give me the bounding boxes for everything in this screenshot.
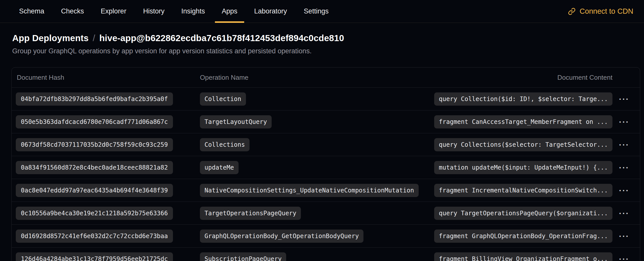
table-row: 0a834f91560d872e8c4bec0ade18ceec88821a82… [12,156,640,179]
document-hash-value: 126d46a4284abe31c13c78f7959d56eeb21725dc [16,252,173,261]
table-row: 050e5b363dafdcacd6780e706cadf771d06a867c… [12,110,640,133]
document-content-preview: query TargetOperationsPageQuery($organiz… [434,207,612,220]
deployments-table: Document Hash Operation Name Document Co… [11,67,640,261]
document-hash-value: 0a834f91560d872e8c4bec0ade18ceec88821a82 [16,161,173,174]
document-hash-value: 0d16928d8572c41ef6e032d2c7c72ccbd6e73baa [16,230,173,243]
document-content-preview: query Collections($selector: TargetSelec… [434,138,612,151]
nav-tab-explorer[interactable]: Explorer [94,0,133,23]
connect-to-cdn-button[interactable]: Connect to CDN [568,0,633,23]
document-hash-value: 0c10556a9be4ca30e19e21c1218a592b75e63366 [16,207,173,220]
document-content-preview: fragment IncrementalNativeCompositionSwi… [434,184,612,197]
column-header-operation-name: Operation Name [200,74,557,81]
nav-tabs: SchemaChecksExplorerHistoryInsightsAppsL… [12,0,335,23]
operation-name-value: Collection [200,92,246,106]
document-content-preview: fragment GraphQLOperationBody_OperationF… [434,230,612,243]
ellipsis-icon[interactable]: ··· [617,116,632,127]
operation-name-value: Collections [200,138,250,151]
document-hash-value: 050e5b363dafdcacd6780e706cadf771d06a867c [16,115,173,128]
ellipsis-icon[interactable]: ··· [617,231,632,242]
operation-name-value: SubscriptionPageQuery [200,252,286,261]
document-content-preview: fragment CanAccessTarget_MemberFragment … [434,115,612,128]
ellipsis-icon[interactable]: ··· [617,208,632,219]
document-content-preview: mutation updateMe($input: UpdateMeInput!… [434,161,612,174]
table-body: 04bfa72dfb83b297dd8a5b6fed9bafac2b395a0f… [12,87,640,261]
table-row: 04bfa72dfb83b297dd8a5b6fed9bafac2b395a0f… [12,87,640,110]
table-row: 0c10556a9be4ca30e19e21c1218a592b75e63366… [12,202,640,224]
document-content-preview: fragment BillingView_OrganizationFragmen… [434,252,612,261]
top-navigation: SchemaChecksExplorerHistoryInsightsAppsL… [0,0,644,23]
ellipsis-icon[interactable]: ··· [617,185,632,196]
document-hash-value: 0ac8e047eddd97a97eac6435a4b694f4e3648f39 [16,184,173,197]
table-row: 126d46a4284abe31c13c78f7959d56eeb21725dc… [12,247,640,261]
column-header-document-hash: Document Hash [16,74,200,81]
ellipsis-icon[interactable]: ··· [617,253,632,261]
link-icon [568,8,576,15]
app-deployment-id: hive-app@b622862ecdba7c61b78f412453def89… [99,33,344,43]
document-content-preview: query Collection($id: ID!, $selector: Ta… [434,92,612,106]
page-subtitle: Group your GraphQL operations by app ver… [12,47,632,55]
document-hash-value: 04bfa72dfb83b297dd8a5b6fed9bafac2b395a0f [16,92,173,106]
nav-tab-history[interactable]: History [136,0,171,23]
operation-name-value: GraphQLOperationBody_GetOperationBodyQue… [200,230,363,243]
table-row: 0ac8e047eddd97a97eac6435a4b694f4e3648f39… [12,179,640,202]
table-header-row: Document Hash Operation Name Document Co… [12,68,640,87]
ellipsis-icon[interactable]: ··· [617,93,632,105]
page-header: App Deployments/hive-app@b622862ecdba7c6… [0,23,644,55]
breadcrumb: App Deployments/hive-app@b622862ecdba7c6… [12,33,632,43]
operation-name-value: updateMe [200,161,239,174]
operation-name-value: TargetLayoutQuery [200,115,272,128]
operation-name-value: NativeCompositionSettings_UpdateNativeCo… [200,184,419,197]
connect-to-cdn-label: Connect to CDN [580,7,633,15]
operation-name-value: TargetOperationsPageQuery [200,207,301,220]
table-row: 0d16928d8572c41ef6e032d2c7c72ccbd6e73baa… [12,224,640,247]
document-hash-value: 0673df58cd7037117035b2d0c758f59c0c93c259 [16,138,173,151]
nav-tab-insights[interactable]: Insights [174,0,212,23]
nav-tab-apps[interactable]: Apps [215,0,244,23]
nav-tab-checks[interactable]: Checks [54,0,91,23]
table-row: 0673df58cd7037117035b2d0c758f59c0c93c259… [12,133,640,156]
column-header-document-content: Document Content [557,74,612,81]
nav-tab-settings[interactable]: Settings [297,0,335,23]
nav-tab-laboratory[interactable]: Laboratory [247,0,294,23]
ellipsis-icon[interactable]: ··· [617,162,632,173]
nav-tab-schema[interactable]: Schema [12,0,51,23]
breadcrumb-section[interactable]: App Deployments [12,33,89,43]
ellipsis-icon[interactable]: ··· [617,139,632,150]
breadcrumb-separator: / [93,33,95,43]
